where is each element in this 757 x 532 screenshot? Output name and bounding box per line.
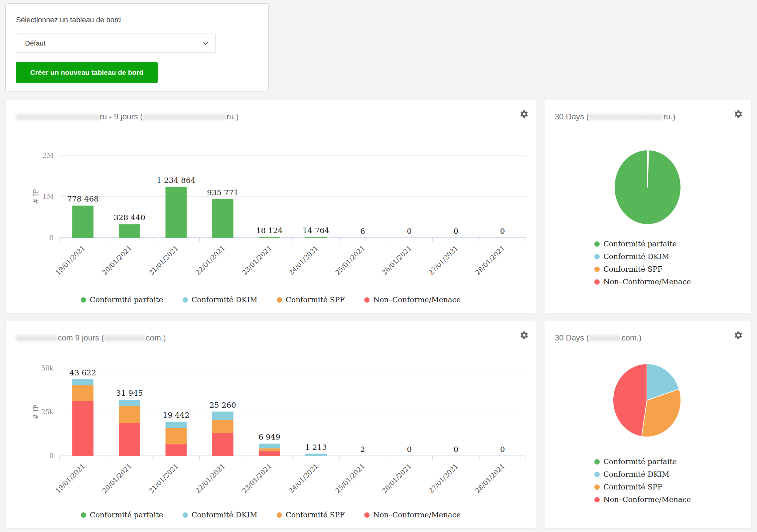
legend-swatch-icon bbox=[594, 472, 600, 477]
x-axis-label: 22/01/2021 bbox=[194, 244, 227, 277]
bar-segment[interactable] bbox=[259, 448, 280, 451]
bar-segment[interactable] bbox=[212, 412, 233, 420]
bar-chart-panel-ru: xxxxxxxxxxxxxxxxxxru - 9 jours (xxxxxxxx… bbox=[5, 100, 536, 314]
x-axis-label: 28/01/2021 bbox=[474, 244, 506, 277]
legend-label: Non–Conforme/Menace bbox=[603, 495, 691, 504]
bar-segment[interactable] bbox=[119, 400, 140, 406]
bar-chart-svg: 50k25k0# IP43 62219/01/202131 94520/01/2… bbox=[6, 321, 536, 529]
bar-value-label: 18 124 bbox=[256, 226, 283, 235]
bar-value-label: 25 260 bbox=[209, 401, 236, 409]
x-axis-label: 22/01/2021 bbox=[194, 462, 227, 495]
legend-label: Conformité DKIM bbox=[192, 296, 257, 304]
bar-segment[interactable] bbox=[72, 385, 93, 401]
legend-swatch-icon bbox=[364, 512, 370, 518]
bar-segment[interactable] bbox=[259, 444, 280, 448]
bar-value-label: 6 bbox=[360, 227, 365, 235]
legend-item[interactable]: Conformité SPF bbox=[277, 296, 345, 304]
bar-value-label: 1 213 bbox=[305, 443, 327, 452]
bar-segment[interactable] bbox=[212, 199, 233, 238]
bar-chart-panel-com: xxxxxxxxxcom 9 jours (xxxxxxxxxcom.) 50k… bbox=[5, 321, 536, 529]
bar-segment[interactable] bbox=[166, 444, 187, 456]
bar-segment[interactable] bbox=[72, 205, 93, 238]
legend-item[interactable]: Conformité SPF bbox=[594, 483, 691, 491]
bar-value-label: 0 bbox=[407, 445, 412, 454]
bar-value-label: 31 945 bbox=[116, 389, 143, 397]
legend-label: Conformité DKIM bbox=[603, 470, 669, 478]
bar-segment[interactable] bbox=[166, 187, 187, 238]
bar-value-label: 6 949 bbox=[258, 433, 280, 441]
legend-label: Conformité SPF bbox=[286, 511, 345, 519]
legend-swatch-icon bbox=[594, 267, 600, 272]
bar-value-label: 1 234 864 bbox=[157, 176, 196, 185]
legend-item[interactable]: Conformité DKIM bbox=[183, 511, 257, 519]
legend-item[interactable]: Conformité parfaite bbox=[594, 240, 691, 248]
legend-swatch-icon bbox=[594, 459, 600, 465]
legend-item[interactable]: Conformité SPF bbox=[277, 511, 345, 519]
legend-label: Conformité parfaite bbox=[603, 240, 677, 248]
bar-segment[interactable] bbox=[72, 379, 93, 385]
bar-segment[interactable] bbox=[119, 406, 140, 423]
legend-item[interactable]: Conformité parfaite bbox=[594, 458, 691, 466]
bar-value-label: 935 771 bbox=[207, 188, 238, 197]
x-axis-label: 23/01/2021 bbox=[240, 244, 273, 277]
chart-legend: Conformité parfaiteConformité DKIMConfor… bbox=[6, 511, 536, 519]
x-axis-label: 26/01/2021 bbox=[380, 244, 413, 277]
legend-item[interactable]: Conformité DKIM bbox=[594, 470, 691, 478]
svg-text:2M: 2M bbox=[43, 151, 54, 159]
dashboard-selector-label: Sélectionnez un tableau de bord bbox=[16, 16, 121, 24]
chevron-down-icon bbox=[202, 39, 210, 47]
legend-swatch-icon bbox=[81, 297, 86, 303]
bar-segment[interactable] bbox=[166, 422, 187, 428]
bar-segment[interactable] bbox=[72, 401, 93, 456]
legend-item[interactable]: Non–Conforme/Menace bbox=[594, 278, 691, 286]
x-axis-label: 26/01/2021 bbox=[380, 462, 413, 495]
pie-slice[interactable] bbox=[613, 364, 647, 437]
dashboard-selector-panel: Sélectionnez un tableau de bord Défaut C… bbox=[5, 3, 269, 91]
svg-text:50k: 50k bbox=[41, 364, 54, 372]
pie-legend: Conformité parfaiteConformité DKIMConfor… bbox=[594, 458, 691, 504]
x-axis-label: 25/01/2021 bbox=[334, 462, 366, 495]
legend-item[interactable]: Non–Conforme/Menace bbox=[364, 296, 461, 304]
x-axis-label: 27/01/2021 bbox=[427, 244, 460, 277]
legend-item[interactable]: Conformité DKIM bbox=[183, 296, 257, 304]
legend-item[interactable]: Non–Conforme/Menace bbox=[594, 495, 691, 504]
legend-item[interactable]: Conformité parfaite bbox=[81, 296, 163, 304]
bar-value-label: 43 622 bbox=[70, 368, 96, 377]
bar-segment[interactable] bbox=[259, 451, 280, 456]
bar-segment[interactable] bbox=[305, 454, 327, 456]
x-axis-label: 19/01/2021 bbox=[54, 462, 86, 495]
bar-segment[interactable] bbox=[305, 237, 327, 238]
legend-swatch-icon bbox=[594, 497, 600, 502]
pie-chart-panel-ru: 30 Days (xxxxxxxxxxxxxxxxru.) Conformité… bbox=[544, 100, 752, 314]
bar-chart-svg: 2M1M0# IP778 46819/01/2021328 44020/01/2… bbox=[6, 100, 536, 314]
bar-segment[interactable] bbox=[119, 224, 140, 238]
dashboard-select[interactable]: Défaut bbox=[16, 34, 216, 53]
legend-label: Conformité SPF bbox=[603, 483, 663, 491]
legend-label: Non–Conforme/Menace bbox=[373, 296, 461, 304]
bar-segment[interactable] bbox=[259, 237, 280, 238]
x-axis-label: 28/01/2021 bbox=[474, 462, 506, 495]
legend-item[interactable]: Non–Conforme/Menace bbox=[364, 511, 461, 519]
x-axis-label: 27/01/2021 bbox=[427, 462, 460, 495]
legend-label: Conformité parfaite bbox=[603, 458, 677, 466]
x-axis-label: 24/01/2021 bbox=[287, 244, 320, 277]
bar-segment[interactable] bbox=[212, 433, 233, 456]
svg-text:1M: 1M bbox=[43, 193, 54, 200]
legend-item[interactable]: Conformité SPF bbox=[594, 265, 691, 273]
create-dashboard-button[interactable]: Créer un nouveau tableau de bord bbox=[16, 62, 158, 83]
x-axis-label: 20/01/2021 bbox=[100, 462, 133, 495]
legend-item[interactable]: Conformité DKIM bbox=[594, 252, 691, 261]
svg-text:25k: 25k bbox=[41, 408, 54, 416]
bar-segment[interactable] bbox=[119, 423, 140, 456]
legend-item[interactable]: Conformité parfaite bbox=[81, 511, 163, 519]
legend-label: Conformité SPF bbox=[286, 296, 345, 304]
bar-segment[interactable] bbox=[166, 428, 187, 445]
legend-label: Conformité DKIM bbox=[192, 511, 257, 519]
bar-chart: 50k25k0# IP43 62219/01/202131 94520/01/2… bbox=[6, 321, 536, 528]
legend-swatch-icon bbox=[81, 512, 86, 518]
legend-swatch-icon bbox=[277, 297, 282, 303]
bar-segment[interactable] bbox=[212, 420, 233, 433]
pie-slice[interactable] bbox=[614, 150, 681, 224]
legend-label: Conformité parfaite bbox=[90, 296, 163, 304]
legend-label: Non–Conforme/Menace bbox=[373, 511, 461, 519]
